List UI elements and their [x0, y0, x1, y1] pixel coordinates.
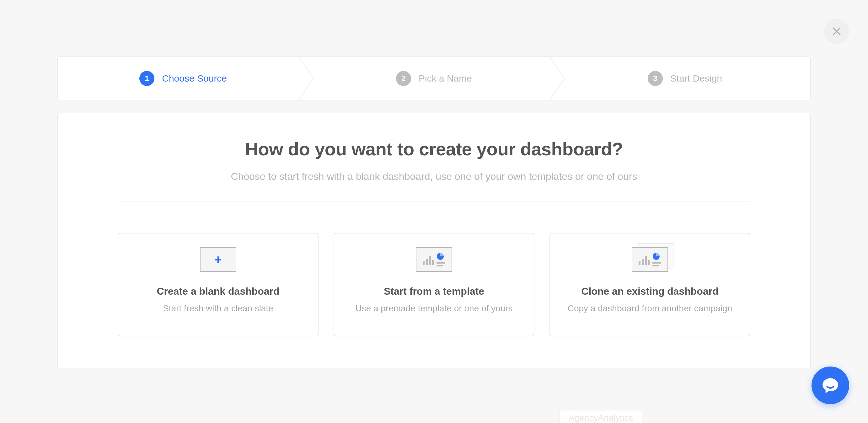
- chat-icon: [821, 376, 839, 394]
- step-number-badge: 2: [396, 71, 411, 86]
- card-description: Use a premade template or one of yours: [355, 303, 513, 313]
- step-start-design[interactable]: 3 Start Design: [560, 57, 810, 100]
- step-choose-source[interactable]: 1 Choose Source: [58, 57, 308, 100]
- panel-subtitle: Choose to start fresh with a blank dashb…: [76, 171, 792, 182]
- svg-rect-5: [436, 262, 445, 264]
- step-label: Pick a Name: [418, 73, 472, 84]
- svg-rect-12: [652, 262, 661, 264]
- panel-title: How do you want to create your dashboard…: [76, 139, 792, 159]
- close-icon: [831, 26, 842, 37]
- svg-rect-10: [648, 260, 650, 265]
- option-blank-dashboard[interactable]: + Create a blank dashboard Start fresh w…: [118, 233, 318, 336]
- watermark-label: AgencyAnalytics: [560, 410, 642, 423]
- step-number-badge: 1: [140, 71, 154, 86]
- svg-rect-0: [423, 262, 425, 265]
- svg-rect-3: [432, 260, 434, 265]
- svg-rect-1: [426, 259, 428, 265]
- divider: [117, 201, 751, 202]
- clone-card-icon-frame: [632, 247, 668, 272]
- content-panel: How do you want to create your dashboard…: [57, 113, 811, 368]
- svg-rect-2: [429, 256, 431, 265]
- card-description: Copy a dashboard from another campaign: [568, 303, 733, 313]
- card-description: Start fresh with a clean slate: [163, 303, 273, 313]
- chart-icon: [421, 252, 447, 267]
- step-label: Start Design: [670, 73, 722, 84]
- modal-container: 1 Choose Source 2 Pick a Name 3 Start De…: [57, 0, 811, 368]
- option-cards-row: + Create a blank dashboard Start fresh w…: [76, 233, 792, 336]
- chart-stack-icon: [637, 252, 663, 267]
- blank-card-icon-frame: +: [200, 247, 236, 272]
- step-pick-name[interactable]: 2 Pick a Name: [308, 57, 559, 100]
- option-clone-dashboard[interactable]: Clone an existing dashboard Copy a dashb…: [550, 233, 750, 336]
- svg-rect-6: [436, 265, 443, 266]
- template-card-icon-frame: [416, 247, 452, 272]
- plus-icon: +: [214, 253, 222, 266]
- close-button[interactable]: [824, 19, 849, 44]
- svg-rect-7: [639, 262, 641, 265]
- card-title: Clone an existing dashboard: [581, 285, 718, 297]
- card-title: Start from a template: [384, 285, 484, 297]
- svg-rect-9: [645, 256, 647, 265]
- step-number-badge: 3: [648, 71, 663, 86]
- step-label: Choose Source: [162, 73, 227, 84]
- svg-rect-13: [652, 265, 659, 266]
- chat-launcher-button[interactable]: [811, 366, 849, 404]
- card-title: Create a blank dashboard: [157, 285, 279, 297]
- option-from-template[interactable]: Start from a template Use a premade temp…: [334, 233, 534, 336]
- stepper: 1 Choose Source 2 Pick a Name 3 Start De…: [57, 57, 811, 100]
- svg-rect-8: [642, 259, 644, 265]
